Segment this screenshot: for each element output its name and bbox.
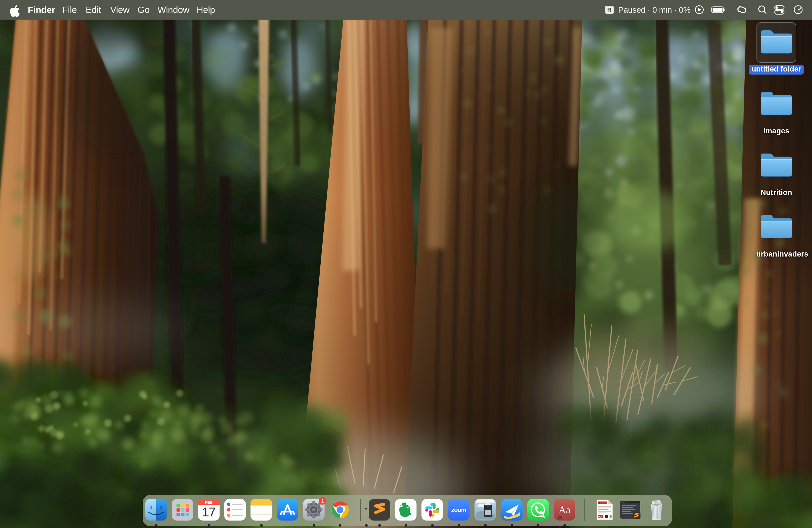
svg-text:1: 1	[321, 498, 324, 504]
svg-text:Aa: Aa	[559, 504, 570, 516]
svg-text:17: 17	[202, 505, 215, 519]
svg-text:FEB: FEB	[205, 500, 213, 504]
svg-text:PDF: PDF	[598, 515, 603, 518]
svg-text:zoom: zoom	[451, 507, 466, 513]
